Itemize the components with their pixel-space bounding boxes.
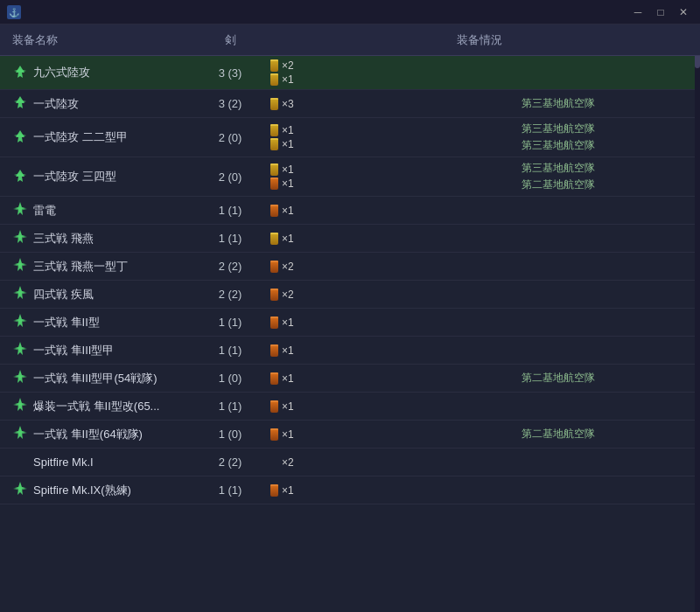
- aircraft-icon: [12, 341, 28, 359]
- aircraft-name: 雷電: [33, 203, 56, 219]
- header-status: 装备情況: [265, 32, 693, 48]
- table-row[interactable]: 一式戦 隼III型甲(54戦隊) 1 (0) ×1 第二基地航空隊: [0, 365, 700, 393]
- ammo-count: ×1: [282, 400, 294, 413]
- name-cell: Spitfire Mk.IX(熟練): [7, 479, 195, 501]
- aircraft-name: 三式戦 飛燕一型丁: [33, 259, 128, 275]
- item-line: ×1: [270, 484, 294, 497]
- table-row[interactable]: 雷電 1 (1) ×1: [0, 197, 700, 225]
- table-row[interactable]: Spitfire Mk.IX(熟練) 1 (1) ×1: [0, 476, 700, 504]
- table-row[interactable]: 一式陸攻 三四型 2 (0) ×1 ×1 第三基地航空隊第二基地航空隊: [0, 157, 700, 197]
- table-header: 装备名称 剣 装备情況: [0, 24, 700, 56]
- items-cell: ×1 ×1: [265, 162, 423, 191]
- aircraft-icon: [12, 229, 28, 247]
- table-body: 九六式陸攻 3 (3) ×2 ×1 一式陸攻 3 (2) ×3 第三基地航空隊 …: [0, 56, 700, 504]
- count-cell: 1 (1): [195, 230, 265, 247]
- item-line: ×3: [270, 98, 294, 110]
- svg-marker-21: [13, 347, 27, 351]
- aircraft-icon: [12, 129, 28, 147]
- svg-marker-17: [13, 291, 27, 295]
- aircraft-name: 九六式陸攻: [33, 65, 90, 80]
- table-row[interactable]: 九六式陸攻 3 (3) ×2 ×1: [0, 56, 700, 90]
- item-line: ×1: [270, 400, 294, 413]
- app-icon: ⚓: [7, 5, 21, 19]
- table-row[interactable]: 三式戦 飛燕一型丁 2 (2) ×2: [0, 253, 700, 281]
- aircraft-name: 一式戦 隼II型: [33, 315, 100, 330]
- aircraft-icon: [12, 168, 28, 186]
- aircraft-icon: [12, 201, 28, 219]
- scrollbar-track[interactable]: [695, 24, 700, 612]
- aircraft-icon: [12, 285, 28, 303]
- svg-marker-11: [13, 207, 27, 211]
- ammo-count: ×2: [282, 456, 294, 469]
- name-cell: 四式戦 疾風: [7, 283, 195, 305]
- ammo-count: ×1: [282, 124, 294, 136]
- minimize-button[interactable]: ─: [628, 3, 648, 22]
- aircraft-icon: [12, 94, 28, 113]
- table-row[interactable]: 四式戦 疾風 2 (2) ×2: [0, 281, 700, 309]
- name-cell: 三式戦 飛燕一型丁: [7, 255, 195, 277]
- table-row[interactable]: 一式戦 隼III型甲 1 (1) ×1: [0, 337, 700, 365]
- item-line: ×2: [270, 289, 294, 301]
- items-cell: ×1: [265, 343, 423, 358]
- location-cell: [423, 265, 693, 268]
- main-container: 装备名称 剣 装备情況 九六式陸攻 3 (3) ×2 ×1 一式陸攻 3 (2): [0, 24, 700, 612]
- items-cell: ×1: [265, 231, 423, 247]
- count-cell: 1 (0): [195, 426, 265, 442]
- items-cell: ×2: [265, 259, 423, 275]
- location-text: 第二基地航空隊: [522, 427, 595, 442]
- ammo-count: ×1: [282, 73, 294, 86]
- location-text: 第三基地航空隊: [522, 161, 595, 176]
- ammo-count: ×1: [282, 316, 294, 329]
- item-line: ×2: [270, 261, 294, 273]
- table-row[interactable]: 一式陸攻 二二型甲 2 (0) ×1 ×1 第三基地航空隊第三基地航空隊: [0, 118, 700, 157]
- ammo-count: ×2: [282, 289, 294, 301]
- ammo-count: ×1: [282, 372, 294, 385]
- name-cell: 三式戦 飛燕: [7, 227, 195, 249]
- svg-marker-15: [13, 263, 27, 267]
- ammo-count: ×1: [282, 233, 294, 245]
- table-row[interactable]: 一式戦 隼II型 1 (1) ×1: [0, 309, 700, 337]
- name-cell: 一式戦 隼II型(64戦隊): [7, 423, 195, 445]
- aircraft-name: 三式戦 飛燕: [33, 231, 94, 247]
- count-cell: 1 (1): [195, 482, 265, 498]
- svg-marker-9: [14, 173, 26, 177]
- location-cell: [423, 237, 693, 240]
- item-line: ×1: [270, 73, 294, 86]
- maximize-button[interactable]: □: [651, 3, 670, 22]
- aircraft-name: 爆装一式戦 隼II型改(65...: [33, 399, 159, 414]
- aircraft-icon: [12, 481, 28, 499]
- name-cell: 雷電: [7, 199, 195, 221]
- items-cell: ×1 ×1: [265, 122, 423, 152]
- location-cell: [423, 489, 693, 492]
- table-row[interactable]: Spitfire Mk.I 2 (2) ×2: [0, 449, 700, 476]
- location-cell: 第二基地航空隊: [423, 369, 693, 387]
- location-text: 第二基地航空隊: [522, 371, 595, 386]
- aircraft-name: 一式戦 隼III型甲(54戦隊): [33, 371, 158, 386]
- table-row[interactable]: 一式戦 隼II型(64戦隊) 1 (0) ×1 第二基地航空隊: [0, 421, 700, 449]
- table-row[interactable]: 一式陸攻 3 (2) ×3 第三基地航空隊: [0, 90, 700, 118]
- location-cell: [423, 349, 693, 352]
- count-cell: 2 (2): [195, 258, 265, 275]
- aircraft-name: 一式陸攻: [33, 96, 79, 112]
- location-text: 第三基地航空隊: [522, 122, 595, 136]
- count-cell: 3 (3): [195, 65, 265, 81]
- count-cell: 1 (1): [195, 342, 265, 358]
- aircraft-name: 一式戦 隼II型(64戦隊): [33, 427, 143, 442]
- count-cell: 2 (0): [195, 129, 265, 146]
- item-line: ×2: [270, 456, 294, 469]
- items-cell: ×1: [265, 399, 423, 414]
- aircraft-name: 一式戦 隼III型甲: [33, 343, 114, 358]
- name-cell: 一式陸攻: [7, 93, 195, 115]
- table-row[interactable]: 爆装一式戦 隼II型改(65... 1 (1) ×1: [0, 393, 700, 421]
- item-line: ×1: [270, 124, 294, 136]
- svg-marker-5: [14, 100, 26, 103]
- items-cell: ×1: [265, 315, 423, 330]
- item-line: ×1: [270, 233, 294, 245]
- ammo-count: ×1: [282, 344, 294, 357]
- table-row[interactable]: 三式戦 飛燕 1 (1) ×1: [0, 225, 700, 253]
- location-cell: [423, 461, 693, 464]
- location-text: 第二基地航空隊: [522, 177, 595, 192]
- ammo-count: ×2: [282, 59, 294, 72]
- aircraft-icon: [12, 453, 28, 471]
- close-button[interactable]: ✕: [674, 3, 693, 22]
